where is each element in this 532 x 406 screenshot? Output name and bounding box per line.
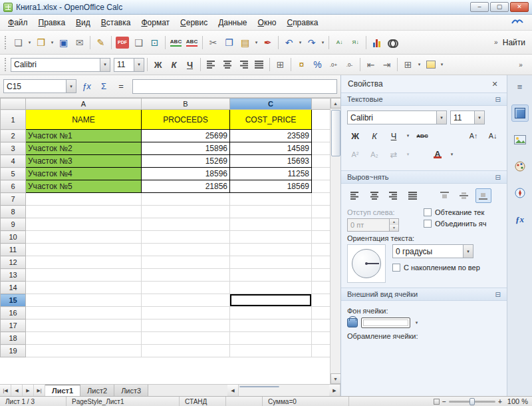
delete-decimal-icon[interactable]: .0- bbox=[342, 57, 357, 73]
spin-down-icon[interactable]: ▼ bbox=[390, 225, 398, 231]
cell-B3[interactable]: 15896 bbox=[142, 142, 230, 155]
cell-C5[interactable]: 11258 bbox=[230, 168, 312, 180]
sheet-position[interactable]: Лист 1 / 3 bbox=[0, 397, 66, 406]
select-all-corner[interactable] bbox=[1, 99, 26, 110]
previous-sheet-icon[interactable]: ◀ bbox=[11, 385, 23, 396]
cell-B2[interactable]: 25699 bbox=[142, 130, 230, 142]
sum-icon[interactable]: Σ bbox=[96, 79, 111, 94]
row-header-4[interactable]: 4 bbox=[1, 155, 26, 168]
redo-icon[interactable]: ↷ bbox=[304, 35, 319, 50]
sidebar-font-size-combobox[interactable]: 11 ▾ bbox=[450, 110, 485, 124]
cell-C4[interactable]: 15693 bbox=[230, 155, 312, 168]
align-right-button[interactable] bbox=[386, 188, 402, 203]
row-header-3[interactable]: 3 bbox=[1, 142, 26, 155]
column-header-partial[interactable] bbox=[312, 99, 331, 110]
deck-styles-icon[interactable] bbox=[511, 158, 529, 175]
sidebar-close-icon[interactable]: ✕ bbox=[489, 80, 500, 89]
bold-button[interactable]: Ж bbox=[150, 57, 166, 73]
sheet-tab-1[interactable]: Лист1 bbox=[45, 385, 80, 396]
number-format-percent-icon[interactable]: % bbox=[310, 57, 325, 73]
deck-properties-icon[interactable] bbox=[511, 104, 529, 122]
active-cell-C15[interactable] bbox=[230, 294, 312, 307]
page-preview-icon[interactable]: ⊡ bbox=[147, 35, 162, 50]
row-header-19[interactable]: 19 bbox=[1, 345, 26, 357]
formula-input[interactable] bbox=[132, 79, 337, 94]
close-button[interactable]: ✕ bbox=[510, 2, 529, 12]
row-header-18[interactable]: 18 bbox=[1, 332, 26, 345]
merge-cells-icon[interactable]: ⊞ bbox=[273, 57, 288, 73]
open-icon[interactable]: ❒ bbox=[33, 35, 49, 50]
align-vcenter-button[interactable] bbox=[456, 188, 472, 203]
toolbar-grip[interactable] bbox=[5, 36, 8, 49]
cell-B6[interactable]: 21856 bbox=[142, 180, 230, 193]
column-header-A[interactable]: A bbox=[26, 99, 142, 110]
spin-up-icon[interactable]: ▲ bbox=[390, 219, 398, 225]
equals-icon[interactable]: = bbox=[114, 79, 128, 94]
dialog-launcher-icon[interactable]: ⊟ bbox=[495, 96, 501, 103]
text-orientation-dial[interactable] bbox=[347, 244, 386, 283]
row-header-15[interactable]: 15 bbox=[1, 294, 26, 307]
undo-dropdown-icon[interactable]: ▾ bbox=[297, 40, 303, 45]
section-alignment[interactable]: Выров~нять ⊟ bbox=[341, 170, 507, 184]
sidebar-font-name-combobox[interactable]: Calibri ▾ bbox=[347, 110, 447, 124]
dialog-launcher-icon[interactable]: ⊟ bbox=[495, 291, 501, 298]
menu-data[interactable]: Данные bbox=[213, 16, 252, 29]
page-style[interactable]: PageStyle_Лист1 bbox=[66, 397, 180, 406]
column-header-C[interactable]: C bbox=[230, 99, 312, 110]
email-icon[interactable]: ✉ bbox=[72, 35, 87, 50]
add-decimal-icon[interactable]: .0+ bbox=[326, 57, 341, 73]
sort-descending-icon[interactable]: Я↓ bbox=[348, 35, 363, 50]
cell-A1[interactable]: NAME bbox=[26, 110, 142, 130]
grow-font-button[interactable]: А↑ bbox=[466, 128, 481, 143]
cell-B1[interactable]: PROCEEDS bbox=[142, 110, 230, 130]
borders-icon[interactable]: ⊞ bbox=[400, 57, 416, 73]
zoom-slider[interactable] bbox=[449, 401, 495, 403]
font-color-dropdown-icon[interactable]: ▾ bbox=[449, 152, 455, 157]
spellcheck-icon[interactable]: ABC bbox=[168, 35, 184, 50]
align-center-icon[interactable] bbox=[219, 57, 235, 73]
cell-A2[interactable]: Участок №1 bbox=[26, 130, 142, 142]
undo-icon[interactable]: ↶ bbox=[281, 35, 297, 50]
chevron-down-icon[interactable]: ▾ bbox=[66, 80, 76, 93]
strikethrough-button[interactable]: ABC bbox=[414, 128, 430, 143]
cell-A3[interactable]: Участок №2 bbox=[26, 142, 142, 155]
indent-stepper[interactable]: 0 пт ▲ ▼ bbox=[347, 218, 399, 232]
last-sheet-icon[interactable]: ▶| bbox=[34, 385, 45, 396]
menu-insert[interactable]: Вставка bbox=[96, 16, 136, 29]
font-size-combobox[interactable]: 11 ▾ bbox=[114, 58, 144, 72]
row-header-10[interactable]: 10 bbox=[1, 231, 26, 244]
zoom-slider-thumb[interactable] bbox=[469, 398, 475, 405]
font-color-button[interactable]: А bbox=[430, 147, 446, 162]
cell-background-swatch[interactable] bbox=[361, 317, 410, 328]
vertical-scroll-thumb[interactable] bbox=[331, 110, 340, 156]
row-header-16[interactable]: 16 bbox=[1, 307, 26, 319]
sheet-tab-2[interactable]: Лист2 bbox=[80, 385, 114, 396]
scroll-left-icon[interactable]: ◀ bbox=[227, 385, 239, 396]
menu-format[interactable]: Формат bbox=[136, 16, 175, 29]
name-box[interactable]: C15 ▾ bbox=[3, 79, 76, 93]
toolbar-grip[interactable] bbox=[5, 58, 8, 71]
cell-A5[interactable]: Участок №4 bbox=[26, 168, 142, 180]
spacing-dropdown-icon[interactable]: ▾ bbox=[405, 152, 411, 157]
cut-icon[interactable]: ✂ bbox=[205, 35, 221, 50]
row-header-11[interactable]: 11 bbox=[1, 244, 26, 256]
column-header-B[interactable]: B bbox=[142, 99, 230, 110]
insert-chart-icon[interactable] bbox=[369, 35, 384, 50]
superscript-button[interactable]: А² bbox=[347, 147, 363, 162]
menu-help[interactable]: Справка bbox=[281, 16, 323, 29]
row-header-2[interactable]: 2 bbox=[1, 130, 26, 142]
horizontal-scrollbar[interactable]: ◀ ▶ bbox=[227, 385, 340, 396]
sidebar-underline-button[interactable]: Ч bbox=[386, 128, 402, 143]
sidebar-bold-button[interactable]: Ж bbox=[347, 128, 363, 143]
zoom-in-icon[interactable]: + bbox=[498, 398, 502, 405]
zoom-level[interactable]: 100 % bbox=[507, 397, 528, 405]
horizontal-scroll-thumb[interactable] bbox=[239, 386, 279, 387]
character-spacing-button[interactable]: ⇄ bbox=[386, 147, 402, 162]
scroll-right-icon[interactable]: ▶ bbox=[329, 385, 340, 396]
sidebar-italic-button[interactable]: К bbox=[366, 128, 382, 143]
merge-cells-checkbox[interactable]: Объединить яч bbox=[424, 220, 501, 228]
align-center-button[interactable] bbox=[366, 188, 382, 203]
row-header-7[interactable]: 7 bbox=[1, 193, 26, 206]
print-icon[interactable]: ❑ bbox=[131, 35, 146, 50]
redo-dropdown-icon[interactable]: ▾ bbox=[320, 40, 326, 45]
